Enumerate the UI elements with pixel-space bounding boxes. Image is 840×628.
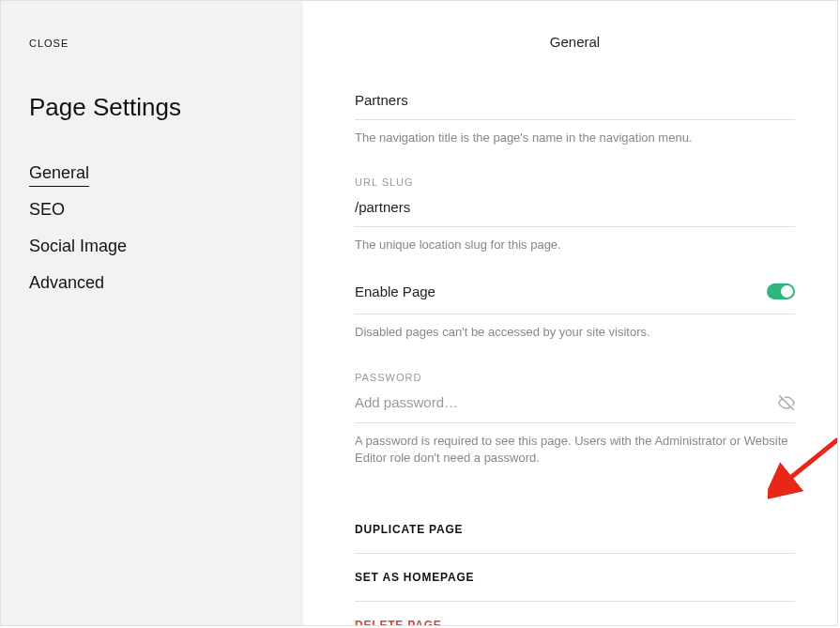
tab-general[interactable]: General [29, 155, 275, 191]
tab-label: Advanced [29, 273, 104, 292]
tab-label: SEO [29, 200, 65, 219]
enable-page-field: Enable Page Disabled pages can't be acce… [355, 283, 795, 341]
url-slug-help: The unique location slug for this page. [355, 237, 795, 253]
navigation-title-value[interactable]: Partners [355, 92, 795, 120]
visibility-toggle-icon[interactable] [778, 394, 795, 415]
navigation-title-field: Partners The navigation title is the pag… [355, 92, 795, 146]
url-slug-field: URL SLUG /partners The unique location s… [355, 176, 795, 253]
enable-page-row: Enable Page [355, 283, 795, 314]
enable-page-label: Enable Page [355, 283, 435, 299]
password-input[interactable] [355, 394, 795, 410]
duplicate-page-button[interactable]: DUPLICATE PAGE [355, 506, 795, 554]
tab-label: Social Image [29, 237, 127, 255]
tab-seo[interactable]: SEO [29, 191, 275, 228]
delete-page-button[interactable]: DELETE PAGE [355, 602, 795, 625]
navigation-title-help: The navigation title is the page's name … [355, 130, 795, 146]
sidebar: CLOSE Page Settings General SEO Social I… [1, 1, 303, 625]
page-actions: DUPLICATE PAGE SET AS HOMEPAGE DELETE PA… [355, 506, 795, 625]
tab-label: General [29, 163, 89, 187]
toggle-knob [781, 285, 793, 298]
password-help: A password is required to see this page.… [355, 433, 795, 467]
panel-title: General [355, 34, 795, 50]
settings-dialog: CLOSE Page Settings General SEO Social I… [0, 0, 838, 626]
sidebar-nav: General SEO Social Image Advanced [29, 155, 275, 301]
enable-page-toggle[interactable] [767, 283, 795, 299]
url-slug-label: URL SLUG [355, 176, 795, 188]
main-panel: General Partners The navigation title is… [303, 1, 837, 625]
enable-page-help: Disabled pages can't be accessed by your… [355, 324, 795, 341]
tab-advanced[interactable]: Advanced [29, 265, 275, 301]
close-button[interactable]: CLOSE [29, 38, 69, 49]
password-field: PASSWORD A password is required to see t… [355, 372, 795, 467]
tab-social-image[interactable]: Social Image [29, 228, 275, 265]
url-slug-value[interactable]: /partners [355, 199, 795, 227]
set-as-homepage-button[interactable]: SET AS HOMEPAGE [355, 554, 795, 602]
password-label: PASSWORD [355, 372, 795, 383]
sidebar-title: Page Settings [29, 93, 275, 122]
